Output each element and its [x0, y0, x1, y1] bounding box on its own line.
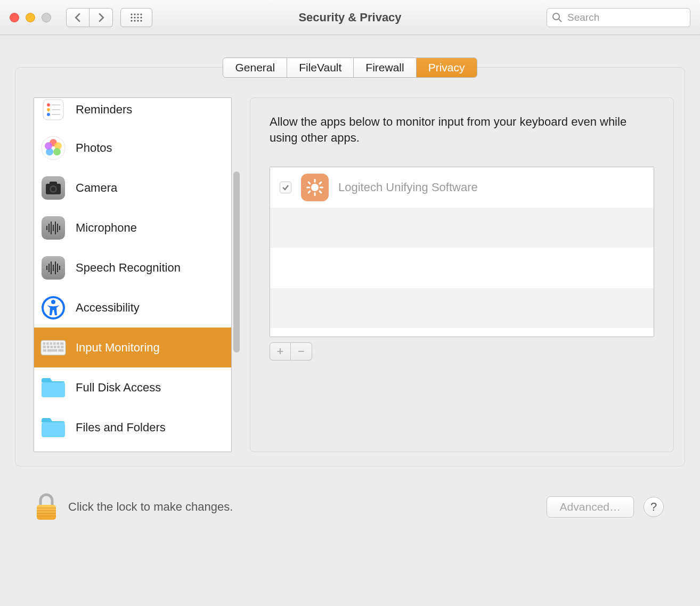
titlebar: Security & Privacy [0, 0, 700, 35]
svg-rect-62 [43, 346, 46, 348]
tab-filevault[interactable]: FileVault [287, 58, 354, 77]
sidebar-item-label: Accessibility [76, 301, 140, 315]
sidebar-item-camera[interactable]: Camera [34, 168, 231, 208]
close-window-button[interactable] [10, 13, 19, 22]
sidebar-item-label: Full Disk Access [76, 381, 161, 395]
svg-point-31 [51, 187, 55, 191]
search-field-wrap [547, 8, 690, 27]
advanced-button[interactable]: Advanced… [547, 496, 634, 518]
folder-icon [40, 375, 66, 400]
window-controls [10, 13, 51, 22]
sidebar-item-accessibility[interactable]: Accessibility [34, 288, 231, 327]
search-input[interactable] [547, 8, 690, 27]
sidebar-item-microphone[interactable]: Microphone [34, 208, 231, 248]
svg-point-11 [140, 20, 142, 21]
svg-rect-69 [47, 349, 57, 351]
svg-point-16 [47, 108, 50, 111]
grid-icon [130, 13, 143, 22]
app-row-empty [270, 288, 654, 328]
sidebar-item-speech[interactable]: Speech Recognition [34, 248, 231, 288]
svg-point-7 [140, 17, 142, 18]
sidebar-scrollbar[interactable] [232, 97, 241, 452]
svg-rect-65 [54, 346, 56, 348]
svg-rect-79 [319, 181, 322, 185]
svg-point-17 [47, 113, 50, 116]
svg-point-9 [134, 20, 135, 21]
sidebar-item-label: Input Monitoring [76, 341, 160, 355]
reminders-icon [40, 99, 66, 120]
svg-point-24 [53, 148, 61, 155]
lock-icon[interactable] [34, 493, 59, 521]
svg-rect-74 [314, 179, 316, 183]
svg-point-6 [137, 17, 139, 18]
add-app-button[interactable]: + [270, 342, 291, 361]
tab-firewall[interactable]: Firewall [354, 58, 416, 77]
chevron-right-icon [97, 13, 105, 22]
tab-bar: General FileVault Firewall Privacy [223, 58, 477, 78]
zoom-window-button[interactable] [42, 13, 51, 22]
svg-rect-70 [58, 349, 63, 351]
svg-rect-76 [306, 187, 310, 189]
lock-instruction-text: Click the lock to make changes. [68, 500, 233, 514]
svg-rect-64 [50, 346, 53, 348]
accessibility-icon [40, 295, 66, 321]
app-row[interactable]: Logitech Unifying Software [270, 167, 654, 208]
svg-rect-80 [307, 190, 311, 194]
svg-rect-82 [37, 505, 56, 520]
checkmark-icon [282, 184, 289, 191]
scrollbar-thumb[interactable] [233, 171, 240, 353]
nav-group [66, 8, 113, 27]
microphone-icon [40, 215, 66, 241]
svg-rect-58 [50, 342, 53, 345]
show-all-button[interactable] [120, 8, 152, 27]
tab-privacy[interactable]: Privacy [417, 58, 477, 77]
sidebar-item-input-monitoring[interactable]: Input Monitoring [34, 327, 231, 367]
minimize-window-button[interactable] [26, 13, 35, 22]
app-row-empty [270, 328, 654, 337]
sidebar-item-photos[interactable]: Photos [34, 128, 231, 168]
sidebar-item-label: Speech Recognition [76, 261, 181, 275]
svg-rect-72 [42, 422, 65, 437]
svg-rect-59 [53, 342, 56, 345]
body-area: General FileVault Firewall Privacy Remin… [0, 35, 700, 521]
svg-point-1 [134, 13, 135, 15]
svg-point-4 [131, 17, 132, 18]
svg-point-15 [47, 103, 50, 107]
app-row-empty [270, 248, 654, 288]
svg-rect-77 [320, 187, 323, 189]
back-button[interactable] [66, 8, 89, 27]
svg-point-26 [45, 142, 52, 150]
sidebar-item-reminders[interactable]: Reminders [34, 98, 231, 128]
svg-rect-61 [60, 342, 63, 345]
app-list: Logitech Unifying Software [270, 167, 654, 337]
svg-point-2 [137, 13, 139, 15]
chevron-left-icon [74, 13, 82, 22]
forward-button[interactable] [89, 8, 113, 27]
svg-rect-81 [319, 190, 322, 194]
camera-icon [40, 175, 66, 201]
svg-rect-71 [42, 382, 65, 397]
svg-point-73 [311, 184, 319, 191]
sidebar-item-full-disk[interactable]: Full Disk Access [34, 367, 231, 407]
app-icon [301, 174, 329, 201]
svg-point-5 [134, 17, 135, 18]
tab-general[interactable]: General [223, 58, 287, 77]
sidebar-item-files-folders[interactable]: Files and Folders [34, 407, 231, 447]
help-button[interactable]: ? [644, 497, 664, 517]
svg-point-10 [137, 20, 139, 21]
svg-point-3 [140, 13, 142, 15]
svg-rect-66 [57, 346, 60, 348]
folder-icon [40, 415, 66, 440]
app-row-empty [270, 208, 654, 248]
svg-rect-68 [43, 349, 46, 351]
svg-rect-63 [47, 346, 50, 348]
svg-point-0 [131, 13, 132, 15]
privacy-category-list[interactable]: Reminders Photos Camera [34, 97, 232, 452]
sidebar-item-label: Camera [76, 181, 117, 195]
svg-rect-67 [61, 346, 64, 348]
svg-rect-29 [50, 182, 57, 185]
remove-app-button[interactable]: − [291, 342, 312, 361]
app-checkbox[interactable] [280, 182, 291, 193]
search-icon [552, 12, 563, 23]
svg-rect-78 [307, 181, 311, 185]
